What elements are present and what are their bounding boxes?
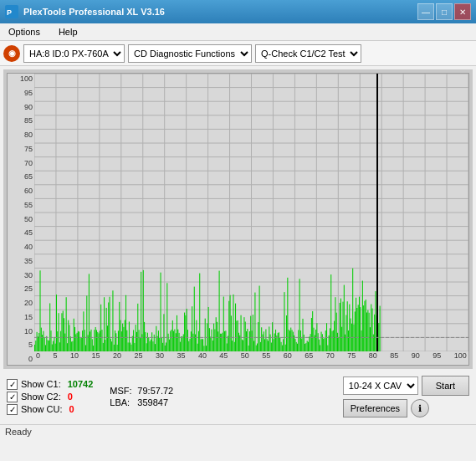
svg-rect-271 — [281, 342, 282, 351]
svg-rect-265 — [274, 333, 275, 351]
c1-row: ✓ Show C1: 10742 — [7, 379, 93, 390]
svg-rect-254 — [262, 335, 263, 351]
svg-rect-227 — [233, 295, 233, 351]
cu-checkbox[interactable]: ✓ — [7, 404, 18, 415]
svg-rect-147 — [146, 343, 147, 351]
c2-checkbox[interactable]: ✓ — [7, 392, 18, 402]
svg-rect-341 — [356, 308, 357, 351]
menu-options[interactable]: Options — [3, 25, 45, 38]
svg-rect-316 — [330, 328, 330, 351]
start-button[interactable]: Start — [422, 376, 469, 396]
c1-checkbox[interactable]: ✓ — [7, 379, 18, 390]
svg-rect-326 — [340, 299, 341, 351]
menu-help[interactable]: Help — [54, 25, 83, 38]
svg-rect-293 — [305, 344, 305, 351]
svg-rect-176 — [177, 330, 178, 351]
svg-rect-222 — [228, 336, 228, 351]
c2-value: 0 — [68, 392, 73, 402]
svg-rect-260 — [269, 326, 269, 351]
svg-rect-191 — [194, 287, 195, 351]
bottom-panel: ✓ Show C1: 10742 ✓ Show C2: 0 ✓ Show CU:… — [0, 372, 476, 424]
svg-rect-103 — [99, 333, 100, 351]
svg-rect-106 — [101, 330, 102, 351]
svg-rect-311 — [324, 338, 325, 351]
svg-rect-95 — [90, 331, 90, 351]
svg-rect-52 — [43, 331, 44, 351]
test-select[interactable]: Q-Check C1/C2 Test — [255, 44, 361, 63]
maximize-button[interactable]: □ — [436, 3, 453, 20]
svg-rect-163 — [163, 314, 164, 351]
c1-value: 10742 — [68, 379, 94, 389]
svg-rect-232 — [238, 333, 239, 351]
speed-select[interactable]: 10-24 X CAV 4-8 X CAV 8-16 X CAV — [343, 376, 418, 395]
svg-rect-314 — [327, 346, 328, 351]
svg-rect-282 — [293, 332, 294, 351]
svg-rect-298 — [310, 334, 311, 351]
svg-rect-82 — [75, 334, 76, 351]
svg-rect-158 — [158, 330, 159, 351]
svg-rect-230 — [236, 320, 237, 351]
svg-rect-273 — [283, 339, 284, 351]
pref-info-row: Preferences ℹ — [343, 399, 469, 417]
svg-text:P: P — [7, 8, 12, 17]
svg-rect-86 — [79, 338, 80, 351]
svg-rect-356 — [373, 335, 374, 351]
svg-rect-45 — [35, 341, 36, 351]
svg-rect-59 — [50, 330, 51, 351]
svg-rect-302 — [315, 336, 315, 351]
svg-rect-226 — [232, 341, 233, 351]
svg-rect-218 — [223, 297, 224, 351]
svg-rect-108 — [104, 297, 105, 351]
svg-rect-243 — [250, 316, 251, 351]
svg-rect-157 — [157, 336, 158, 351]
svg-rect-170 — [171, 330, 171, 351]
svg-rect-358 — [375, 291, 376, 351]
svg-rect-130 — [128, 342, 129, 351]
svg-rect-83 — [77, 333, 78, 351]
svg-rect-321 — [335, 297, 335, 351]
svg-rect-268 — [278, 333, 279, 351]
svg-rect-184 — [187, 309, 187, 351]
svg-rect-291 — [302, 319, 303, 351]
svg-rect-161 — [161, 337, 162, 351]
svg-rect-104 — [100, 330, 100, 351]
drive-icon: ◉ — [3, 45, 20, 62]
svg-rect-111 — [107, 325, 108, 351]
svg-rect-193 — [196, 320, 197, 351]
function-select[interactable]: CD Diagnostic Functions — [128, 44, 252, 63]
svg-rect-133 — [131, 345, 131, 351]
svg-rect-187 — [190, 339, 191, 351]
drive-select[interactable]: HA:8 ID:0 PX-760A — [23, 44, 125, 63]
cu-label: Show CU: — [21, 404, 63, 414]
svg-rect-143 — [141, 334, 142, 351]
preferences-button[interactable]: Preferences — [343, 399, 407, 417]
svg-rect-262 — [271, 342, 272, 351]
svg-rect-312 — [325, 330, 326, 351]
minimize-button[interactable]: — — [417, 3, 434, 20]
svg-rect-181 — [183, 334, 184, 351]
svg-rect-263 — [272, 322, 273, 351]
chart-plot — [34, 74, 468, 351]
c2-row: ✓ Show C2: 0 — [7, 392, 93, 402]
svg-rect-53 — [44, 337, 45, 351]
svg-rect-137 — [136, 325, 136, 351]
svg-rect-94 — [89, 274, 90, 351]
svg-rect-303 — [315, 330, 316, 351]
svg-rect-84 — [78, 331, 79, 351]
svg-rect-79 — [72, 341, 73, 351]
info-button[interactable]: ℹ — [411, 399, 429, 417]
svg-rect-166 — [166, 283, 167, 351]
svg-rect-99 — [94, 330, 95, 351]
svg-rect-92 — [86, 295, 87, 351]
svg-rect-182 — [184, 313, 185, 351]
svg-rect-212 — [217, 322, 218, 351]
svg-rect-248 — [256, 346, 257, 351]
svg-rect-322 — [336, 313, 337, 351]
svg-rect-156 — [156, 326, 156, 351]
svg-rect-120 — [117, 345, 118, 351]
svg-rect-141 — [140, 338, 141, 351]
svg-rect-244 — [252, 330, 253, 351]
svg-rect-97 — [92, 339, 93, 351]
svg-rect-90 — [84, 330, 85, 351]
close-button[interactable]: ✕ — [454, 3, 471, 20]
